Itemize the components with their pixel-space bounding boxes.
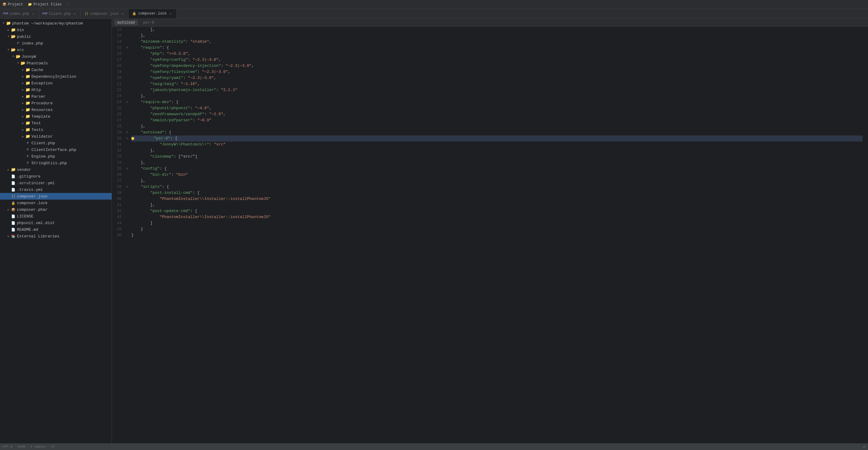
sidebar-item-parser[interactable]: ▶ 📁 Parser bbox=[0, 93, 112, 100]
sidebar-item-resources[interactable]: ▶ 📁 Resources bbox=[0, 106, 112, 113]
vendor-folder-icon: 📁 bbox=[11, 167, 16, 172]
right-gutter-23 bbox=[865, 93, 866, 99]
sidebar-item-phantomJs[interactable]: ▼ 📂 PhantomJs bbox=[0, 60, 112, 67]
fold-marker-38[interactable]: ▼ bbox=[124, 184, 130, 190]
sidebar-item-validator[interactable]: ▶ 📁 Validator bbox=[0, 133, 112, 140]
tab-composer-lock[interactable]: 🔒 composer.lock ✕ bbox=[128, 9, 177, 19]
sidebar-item-phpunit-xml[interactable]: ▶ 📄 phpunit.xml.dist bbox=[0, 220, 112, 226]
line-numbers: 1213141516171819202122232425262728293031… bbox=[112, 27, 124, 443]
sidebar-item-template[interactable]: ▶ 📁 Template bbox=[0, 113, 112, 120]
breakpoint-dot-30 bbox=[131, 137, 134, 140]
separator-icon: › bbox=[66, 3, 69, 6]
tab-composer-json[interactable]: {} composer.json ✕ bbox=[81, 9, 129, 19]
sidebar-item-external-libraries[interactable]: ▶ 📚 External Libraries bbox=[0, 233, 112, 239]
license-icon: 📄 bbox=[11, 214, 16, 219]
validator-expand-icon: ▶ bbox=[21, 134, 25, 139]
tab-index-php[interactable]: PHP index.php ✕ bbox=[0, 9, 39, 19]
fold-marker-17 bbox=[124, 57, 130, 63]
fold-marker-37 bbox=[124, 178, 130, 184]
fold-marker-27 bbox=[124, 117, 130, 123]
composer-lock-icon: 🔒 bbox=[11, 200, 16, 205]
sidebar-item-index-php[interactable]: ▶ P index.php bbox=[0, 40, 112, 46]
sidebar-item-composer-lock[interactable]: ▶ 🔒 composer.lock bbox=[0, 200, 112, 206]
code-line-45: } bbox=[131, 226, 863, 232]
line-num-32: 32 bbox=[112, 148, 124, 154]
validator-folder-icon: 📁 bbox=[25, 134, 30, 139]
sidebar-item-readme-md[interactable]: ▶ 📄 README.md bbox=[0, 226, 112, 233]
tab-close-index[interactable]: ✕ bbox=[31, 12, 35, 16]
sidebar-item-exception[interactable]: ▶ 📁 Exception bbox=[0, 80, 112, 87]
code-line-28: }, bbox=[131, 123, 863, 129]
line-num-40: 40 bbox=[112, 196, 124, 202]
line-num-12: 12 bbox=[112, 27, 124, 33]
sidebar-item-procedure[interactable]: ▶ 📁 Procedure bbox=[0, 100, 112, 106]
composer-json-icon: {} bbox=[11, 194, 16, 199]
scrutinizer-icon: 📄 bbox=[11, 181, 16, 185]
cache-folder-icon: 📁 bbox=[25, 67, 30, 72]
line-num-28: 28 bbox=[112, 123, 124, 129]
tab-client-php[interactable]: PHP Client.php ✕ bbox=[39, 9, 81, 19]
top-bar-project[interactable]: 📦 Project bbox=[2, 2, 23, 7]
right-gutter-35 bbox=[865, 166, 866, 172]
sidebar-item-vendor[interactable]: ▶ 📁 vendor bbox=[0, 166, 112, 173]
right-gutter-18 bbox=[865, 63, 866, 69]
code-line-39: "post-install-cmd": [ bbox=[131, 190, 863, 196]
fold-marker-43 bbox=[124, 214, 130, 220]
sidebar-item-public[interactable]: ▼ 📂 public bbox=[0, 33, 112, 40]
sidebar-item-composer-phar[interactable]: ▶ 📦 composer.phar bbox=[0, 206, 112, 213]
right-gutter-22 bbox=[865, 87, 866, 93]
sidebar-item-travis[interactable]: ▶ 📄 .travis.yml bbox=[0, 186, 112, 193]
right-gutter-21 bbox=[865, 81, 866, 87]
sidebar-item-cache[interactable]: ▶ 📁 Cache bbox=[0, 67, 112, 73]
fold-marker-22 bbox=[124, 87, 130, 93]
sidebar-item-tests[interactable]: ▶ 📁 Tests bbox=[0, 126, 112, 133]
tab-close-composer-lock[interactable]: ✕ bbox=[168, 11, 173, 16]
ext-lib-icon: 📚 bbox=[11, 234, 16, 238]
top-bar-project-files[interactable]: 📁 Project Files bbox=[28, 2, 62, 7]
sidebar-item-jonnyW[interactable]: ▼ 📂 JonnyW bbox=[0, 53, 112, 60]
sidebar-item-gitignore[interactable]: ▶ 📄 .gitignore bbox=[0, 173, 112, 180]
fold-marker-30[interactable]: ▼ bbox=[124, 135, 130, 141]
right-gutter-38 bbox=[865, 184, 866, 190]
sidebar-item-src[interactable]: ▼ 📂 src bbox=[0, 46, 112, 53]
fold-marker-31 bbox=[124, 141, 130, 148]
sidebar-item-scrutinizer[interactable]: ▶ 📄 .scrutinizer.yml bbox=[0, 180, 112, 186]
code-line-24: "require-dev": { bbox=[131, 99, 863, 105]
fold-marker-15[interactable]: ▼ bbox=[124, 45, 130, 51]
tab-close-client[interactable]: ✕ bbox=[72, 12, 77, 16]
right-gutter-28 bbox=[865, 123, 866, 129]
code-line-18: "symfony/dependency-injection": "~2.3|~3… bbox=[131, 63, 863, 69]
sidebar-item-bin[interactable]: ▶ 📁 bin bbox=[0, 27, 112, 33]
template-expand-icon: ▶ bbox=[21, 114, 25, 119]
editor-tab-psr0[interactable]: psr-0 bbox=[140, 20, 157, 25]
tab-close-composer-json[interactable]: ✕ bbox=[120, 12, 125, 16]
fold-marker-29[interactable]: ▼ bbox=[124, 129, 130, 135]
fold-marker-28 bbox=[124, 123, 130, 129]
public-folder-icon: 📂 bbox=[11, 34, 16, 39]
fold-marker-35[interactable]: ▼ bbox=[124, 166, 130, 172]
sidebar-item-license[interactable]: ▶ 📄 LICENSE bbox=[0, 213, 112, 220]
sidebar-item-stringUtils-php[interactable]: ▶ P StringUtils.php bbox=[0, 160, 112, 166]
exception-expand-icon: ▶ bbox=[21, 81, 25, 86]
readme-md-icon: 📄 bbox=[11, 227, 16, 232]
code-editor[interactable]: 1213141516171819202122232425262728293031… bbox=[112, 27, 868, 443]
line-num-42: 42 bbox=[112, 208, 124, 214]
sidebar-item-depInj[interactable]: ▶ 📁 DependencyInjection bbox=[0, 73, 112, 80]
code-line-22: "jakoch/phantomjs-installer": "2.1.1" bbox=[131, 87, 863, 93]
tab-bar: PHP index.php ✕ PHP Client.php ✕ {} comp… bbox=[0, 9, 868, 19]
tests-expand-icon: ▶ bbox=[21, 127, 25, 132]
sidebar-item-engine-php[interactable]: ▶ P Engine.php bbox=[0, 153, 112, 160]
fold-marker-24[interactable]: ▼ bbox=[124, 99, 130, 105]
editor-tab-autoload[interactable]: autoload bbox=[114, 20, 138, 25]
sidebar-item-test[interactable]: ▶ 📁 Test bbox=[0, 120, 112, 126]
code-line-43: "PhantomInstaller\\Installer::installPha… bbox=[131, 214, 863, 220]
fold-marker-21 bbox=[124, 81, 130, 87]
sidebar-item-client-php[interactable]: ▶ P Client.php bbox=[0, 140, 112, 147]
sidebar-item-root[interactable]: ▼ 📁 phantom ~/workspace/my/phantom bbox=[0, 20, 112, 27]
sidebar-item-composer-json[interactable]: ▶ {} composer.json bbox=[0, 193, 112, 200]
sidebar-item-clientInterface-php[interactable]: ▶ P ClientInterface.php bbox=[0, 147, 112, 153]
sidebar-item-http[interactable]: ▶ 📁 Http bbox=[0, 87, 112, 93]
line-num-16: 16 bbox=[112, 51, 124, 57]
right-gutter-25 bbox=[865, 105, 866, 111]
fold-marker-19 bbox=[124, 69, 130, 75]
